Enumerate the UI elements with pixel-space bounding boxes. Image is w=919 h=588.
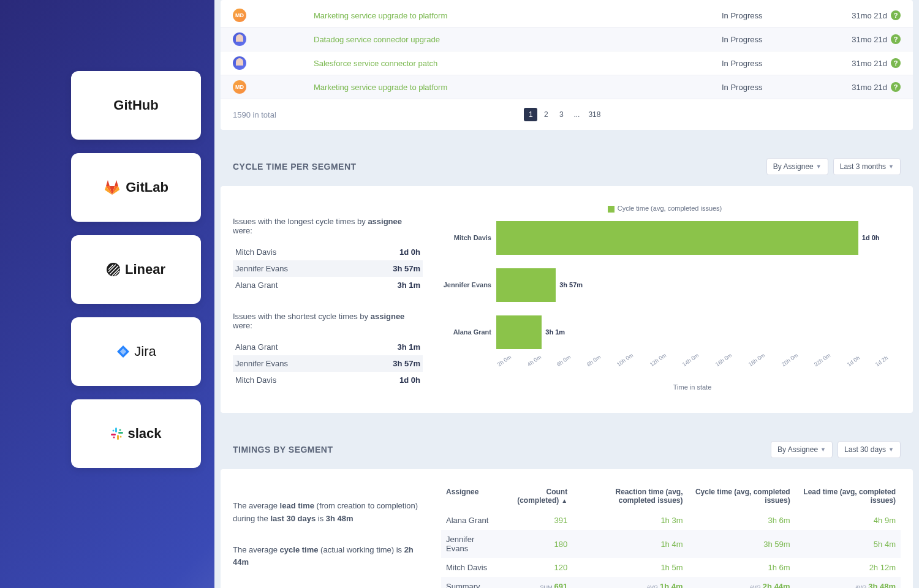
issues-panel: MD Marketing service upgrade to platform… <box>221 0 913 130</box>
bar-value: 3h 57m <box>559 281 583 288</box>
table-row: Jennifer Evans1801h 4m3h 59m5h 4m <box>441 530 901 558</box>
table-row[interactable]: MD Marketing service upgrade to platform… <box>221 4 913 28</box>
timings-section-header: TIMINGS BY SEGMENT By Assignee▼ Last 30 … <box>221 430 913 469</box>
longest-table: Mitch Davis1d 0hJennifer Evans3h 57mAlan… <box>233 244 423 293</box>
cycle-title: CYCLE TIME PER SEGMENT <box>233 162 357 172</box>
integration-card-github[interactable]: GitHub <box>71 71 201 140</box>
help-icon[interactable]: ? <box>891 58 901 68</box>
integrations-sidebar: GitHub GitLab Linear Jira slack <box>71 71 201 468</box>
tick-label: 22h 0m <box>813 352 831 367</box>
avatar: MD <box>233 80 246 94</box>
timings-summary: The average lead time (from creation to … <box>233 481 423 588</box>
shortest-table: Alana Grant3h 1mJennifer Evans3h 57mMitc… <box>233 339 423 388</box>
tick-label: 1d 2h <box>874 355 889 368</box>
list-item: Mitch Davis1d 0h <box>233 244 423 260</box>
th-assignee[interactable]: Assignee <box>441 481 498 511</box>
main-content: MD Marketing service upgrade to platform… <box>214 0 919 588</box>
tick-label: 2h 0m <box>496 353 512 368</box>
issue-status: In Progress <box>722 35 832 44</box>
page-button[interactable]: 2 <box>539 108 553 121</box>
slack-icon <box>110 427 124 440</box>
gitlab-icon <box>104 179 121 195</box>
help-icon[interactable]: ? <box>891 82 901 92</box>
linear-icon <box>107 263 120 276</box>
linear-label: Linear <box>125 262 165 277</box>
legend-color-icon <box>608 206 615 213</box>
issue-title[interactable]: Salesforce service connector patch <box>314 59 722 68</box>
integration-card-gitlab[interactable]: GitLab <box>71 153 201 222</box>
cycle-summary: Issues with the longest cycle times by a… <box>233 198 423 401</box>
th-reaction[interactable]: Reaction time (avg, completed issues) <box>572 481 687 511</box>
tick-label: 12h 0m <box>649 352 667 367</box>
issue-title[interactable]: Marketing service upgrade to platform <box>314 83 722 92</box>
table-row[interactable]: Salesforce service connector patch In Pr… <box>221 51 913 75</box>
svg-rect-4 <box>111 434 116 435</box>
cycle-chart: Cycle time (avg, completed issues) Mitch… <box>441 198 901 401</box>
table-row: Alana Grant3911h 3m3h 6m4h 9m <box>441 511 901 530</box>
issue-status: In Progress <box>722 11 832 20</box>
issue-time: 31mo 21d <box>832 35 887 44</box>
chart-bar-row: Mitch Davis 1d 0h <box>441 221 888 255</box>
page-button[interactable]: 3 <box>554 108 568 121</box>
page-button: ... <box>570 108 583 121</box>
svg-rect-1 <box>115 428 117 432</box>
chart-bar <box>496 315 542 349</box>
svg-rect-2 <box>118 432 123 434</box>
svg-point-8 <box>113 437 115 439</box>
tick-label: 10h 0m <box>616 352 634 367</box>
chart-bar <box>496 268 556 302</box>
tick-label: 14h 0m <box>681 352 700 367</box>
issue-title[interactable]: Marketing service upgrade to platform <box>314 11 722 20</box>
cycle-filter-period[interactable]: Last 3 months▼ <box>833 158 901 175</box>
issue-time: 31mo 21d <box>832 59 887 68</box>
slack-label: slack <box>127 426 161 442</box>
cycle-section-header: CYCLE TIME PER SEGMENT By Assignee▼ Last… <box>221 147 913 186</box>
bar-label: Alana Grant <box>441 328 496 336</box>
issue-status: In Progress <box>722 59 832 68</box>
avatar: MD <box>233 9 246 22</box>
tick-label: 16h 0m <box>714 352 733 367</box>
caret-down-icon: ▼ <box>888 164 894 170</box>
table-row: Mitch Davis1201h 5m1h 6m2h 12m <box>441 558 901 577</box>
tick-label: 6h 0m <box>556 353 572 368</box>
chart-bar <box>496 221 858 255</box>
tick-label: 20h 0m <box>781 352 799 367</box>
help-icon[interactable]: ? <box>891 34 901 44</box>
bar-label: Jennifer Evans <box>441 281 496 288</box>
chart-bar-row: Alana Grant 3h 1m <box>441 315 888 349</box>
integration-card-slack[interactable]: slack <box>71 399 201 468</box>
cycle-filter-assignee[interactable]: By Assignee▼ <box>766 158 828 175</box>
avatar <box>233 56 246 70</box>
issue-title[interactable]: Datadog service connector upgrade <box>314 35 722 44</box>
timings-panel: The average lead time (from creation to … <box>221 469 913 588</box>
th-cycle[interactable]: Cycle time (avg, completed issues) <box>688 481 795 511</box>
gitlab-label: GitLab <box>126 179 168 195</box>
table-row[interactable]: Datadog service connector upgrade In Pro… <box>221 28 913 51</box>
th-lead[interactable]: Lead time (avg, completed issues) <box>795 481 901 511</box>
tick-label: 1d 0h <box>846 355 861 368</box>
list-item: Jennifer Evans3h 57m <box>233 260 423 277</box>
integration-card-linear[interactable]: Linear <box>71 235 201 304</box>
bar-value: 1d 0h <box>862 234 880 241</box>
cycle-panel: Issues with the longest cycle times by a… <box>221 186 913 413</box>
caret-down-icon: ▼ <box>816 164 822 170</box>
github-label: GitHub <box>113 97 158 113</box>
list-item: Jennifer Evans3h 57m <box>233 355 423 372</box>
issue-time: 31mo 21d <box>832 83 887 92</box>
th-count[interactable]: Count (completed)▲ <box>498 481 572 511</box>
table-row[interactable]: MD Marketing service upgrade to platform… <box>221 75 913 99</box>
tick-label: 4h 0m <box>526 353 542 368</box>
list-item: Alana Grant3h 1m <box>233 339 423 355</box>
bar-value: 3h 1m <box>545 328 565 336</box>
timings-filter-assignee[interactable]: By Assignee▼ <box>771 441 833 458</box>
timings-table: Assignee Count (completed)▲ Reaction tim… <box>441 481 901 588</box>
total-count: 1590 in total <box>233 110 276 119</box>
timings-filter-period[interactable]: Last 30 days▼ <box>838 441 901 458</box>
page-button[interactable]: 318 <box>585 108 603 121</box>
tick-label: 8h 0m <box>586 353 602 368</box>
page-button[interactable]: 1 <box>524 108 537 121</box>
bar-label: Mitch Davis <box>441 234 496 241</box>
help-icon[interactable]: ? <box>891 10 901 20</box>
chart-bar-row: Jennifer Evans 3h 57m <box>441 268 888 302</box>
integration-card-jira[interactable]: Jira <box>71 317 201 386</box>
